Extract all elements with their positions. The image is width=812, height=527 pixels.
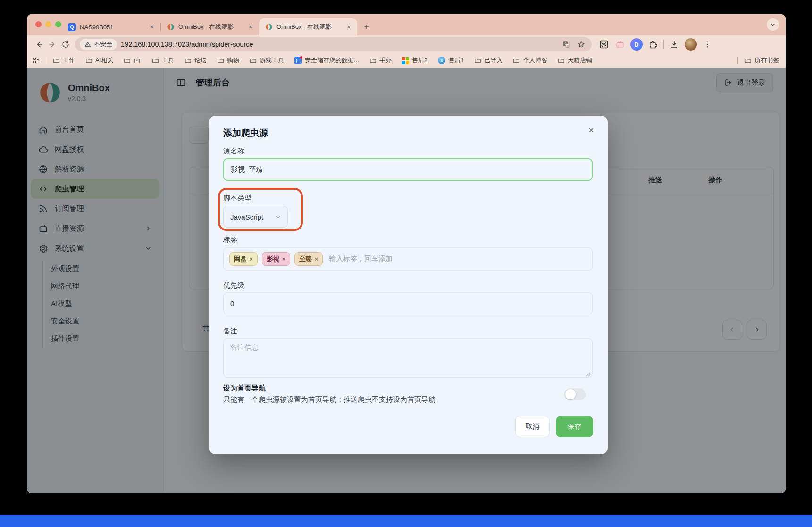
bookmark-site[interactable]: 售后2 — [402, 56, 427, 65]
priority-label: 优先级 — [223, 281, 244, 290]
svg-text:A: A — [567, 44, 569, 47]
script-type-label: 脚本类型 — [223, 194, 251, 203]
nas-app-icon: Q — [68, 23, 76, 31]
add-spider-source-dialog: × 添加爬虫源 源名称 脚本类型 JavaScript 标签 网盘 × 影视 ×… — [209, 116, 608, 454]
bookmark-site[interactable]: s售后1 — [438, 56, 464, 65]
bookmarks-bar: 工作 AI相关 PT 工具 论坛 购物 游戏工具 安全储存您的数据... 手办 … — [27, 53, 786, 68]
bookmarks-divider — [737, 57, 738, 64]
window-controls — [35, 21, 61, 27]
remark-textarea[interactable] — [223, 338, 593, 378]
tab-title: NAS90B051 — [80, 24, 144, 31]
bookmark-site[interactable]: 安全储存您的数据... — [294, 56, 359, 65]
tab-nas[interactable]: Q NAS90B051 × — [62, 18, 160, 35]
bookmark-folder[interactable]: 手办 — [369, 56, 392, 65]
tags-label: 标签 — [223, 236, 237, 245]
extensions-puzzle-icon[interactable] — [647, 39, 659, 50]
bookmark-folder[interactable]: PT — [124, 57, 142, 64]
bookmark-label: 手办 — [379, 56, 392, 65]
bookmark-folder[interactable]: 论坛 — [184, 56, 207, 65]
bookmark-label: 工具 — [162, 56, 174, 65]
bookmark-folder[interactable]: 工具 — [152, 56, 174, 65]
tab-title: OmniBox - 在线观影 — [178, 23, 243, 31]
home-nav-label: 设为首页导航 — [223, 384, 266, 393]
script-type-select[interactable]: JavaScript — [223, 206, 288, 228]
bookmark-label: 个人博客 — [523, 56, 547, 65]
home-nav-description: 只能有一个爬虫源被设置为首页导航；推送爬虫不支持设为首页导航 — [223, 395, 435, 404]
tab-close-icon[interactable]: × — [148, 23, 156, 31]
url-text[interactable]: 192.168.100.138:7023/admin/spider-source — [121, 41, 557, 48]
dialog-close-icon[interactable]: × — [586, 125, 596, 136]
bookmark-label: 已导入 — [484, 56, 502, 65]
profile-avatar[interactable] — [685, 38, 697, 51]
back-button[interactable] — [33, 38, 46, 51]
bookmark-folder[interactable]: 游戏工具 — [250, 56, 284, 65]
new-tab-button[interactable] — [360, 20, 373, 34]
apps-grid-icon[interactable] — [33, 58, 39, 63]
bookmark-label: 购物 — [227, 56, 239, 65]
tag-remove-icon[interactable]: × — [282, 256, 285, 263]
tag-label: 网盘 — [234, 255, 247, 264]
resize-handle-icon[interactable] — [585, 371, 591, 377]
bookmark-folder[interactable]: 已导入 — [474, 56, 502, 65]
script-type-value: JavaScript — [230, 213, 271, 221]
save-button[interactable]: 保存 — [556, 416, 593, 437]
bookmark-folder[interactable]: 个人博客 — [513, 56, 547, 65]
bookmark-label: 论坛 — [194, 56, 207, 65]
address-bar[interactable]: 不安全 192.168.100.138:7023/admin/spider-so… — [75, 37, 592, 51]
bookmark-label: 安全储存您的数据... — [305, 56, 359, 65]
tag-label: 影视 — [267, 255, 279, 264]
scissors-extension-icon[interactable] — [598, 39, 610, 50]
chrome-menu-icon[interactable] — [702, 39, 713, 50]
bookmark-label: PT — [134, 57, 142, 64]
blue-ball-icon: s — [438, 57, 445, 64]
bookmark-folder[interactable]: 天猫店铺 — [558, 56, 592, 65]
tv-extension-icon[interactable] — [614, 39, 626, 50]
bookmarks-divider — [46, 57, 46, 64]
tab-close-icon[interactable]: × — [345, 23, 352, 31]
d-extension-icon[interactable]: D — [630, 38, 643, 51]
source-name-label: 源名称 — [223, 147, 244, 156]
microsoft-icon — [402, 57, 409, 64]
cancel-button[interactable]: 取消 — [515, 416, 550, 437]
omnibox-favicon — [167, 23, 175, 31]
toggle-knob — [565, 389, 576, 400]
bookmark-folder[interactable]: 工作 — [53, 56, 75, 65]
forward-button[interactable] — [46, 38, 59, 51]
tags-placeholder: 输入标签，回车添加 — [329, 255, 393, 264]
priority-input[interactable] — [223, 292, 593, 314]
bookmark-folder[interactable]: 购物 — [217, 56, 239, 65]
maximize-window-button[interactable] — [55, 21, 61, 27]
omnibox-favicon — [265, 23, 273, 31]
all-bookmarks-label: 所有书签 — [754, 56, 779, 65]
tag-remove-icon[interactable]: × — [315, 256, 318, 263]
bookmark-label: 售后2 — [412, 56, 427, 65]
home-nav-toggle[interactable] — [564, 388, 586, 400]
tab-search-button[interactable] — [767, 18, 779, 31]
bookmark-label: 天猫店铺 — [568, 56, 592, 65]
bookmark-label: AI相关 — [95, 56, 113, 65]
close-window-button[interactable] — [35, 21, 42, 27]
tag-pill: 至臻 × — [294, 252, 323, 266]
blue-app-icon — [294, 57, 302, 64]
tab-strip: Q NAS90B051 × OmniBox - 在线观影 × OmniBox -… — [27, 14, 786, 35]
tab-omnibox-2-active[interactable]: OmniBox - 在线观影 × — [259, 18, 357, 35]
minimize-window-button[interactable] — [45, 21, 51, 27]
bookmark-star-icon[interactable] — [576, 39, 587, 50]
source-name-input[interactable] — [223, 158, 593, 181]
tag-remove-icon[interactable]: × — [250, 256, 253, 263]
tab-title: OmniBox - 在线观影 — [276, 23, 341, 31]
security-chip[interactable]: 不安全 — [80, 39, 117, 50]
downloads-icon[interactable] — [669, 39, 680, 50]
bookmark-label: 游戏工具 — [260, 56, 284, 65]
tags-input[interactable]: 网盘 × 影视 × 至臻 × 输入标签，回车添加 — [223, 247, 593, 271]
tab-close-icon[interactable]: × — [247, 23, 254, 31]
all-bookmarks[interactable]: 所有书签 — [745, 56, 779, 65]
tab-omnibox-1[interactable]: OmniBox - 在线观影 × — [161, 18, 259, 35]
translate-icon[interactable]: 文A — [561, 39, 572, 50]
background-window-strip — [0, 515, 812, 527]
bookmark-folder[interactable]: AI相关 — [85, 56, 113, 65]
reload-button[interactable] — [59, 38, 72, 51]
browser-toolbar: 不安全 192.168.100.138:7023/admin/spider-so… — [27, 35, 786, 53]
chevron-down-icon — [275, 213, 282, 221]
tag-label: 至臻 — [299, 255, 312, 264]
